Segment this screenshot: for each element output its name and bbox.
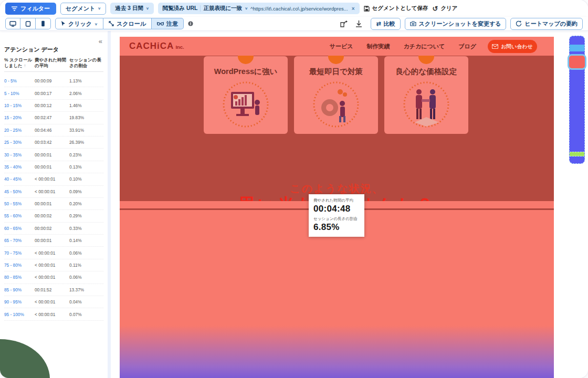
close-icon[interactable]: ×	[352, 6, 355, 12]
scroll-range: 0 - 5%	[4, 78, 35, 83]
filter-toolbar: フィルター セグメント ∨ 過去 3 日間 ∨ 閲覧済み URL 正規表現に一致…	[0, 0, 588, 17]
scroll-range: 40 - 45%	[4, 176, 35, 182]
attention-table-row[interactable]: 35 - 40%00:00:010.13%	[4, 161, 103, 173]
attention-table-row[interactable]: 75 - 80%< 00:00:010.11%	[4, 259, 103, 271]
attention-table-body: 0 - 5%00:00:091.13%5 - 10%00:00:172.06%1…	[4, 75, 103, 321]
scrollbar-track[interactable]	[108, 31, 111, 378]
attention-table-row[interactable]: 30 - 35%00:00:010.23%	[4, 149, 103, 161]
scroll-depth-minimap[interactable]	[569, 36, 585, 164]
minimap-selected-handle[interactable]	[568, 54, 586, 70]
session-pct: 1.46%	[69, 103, 102, 108]
scroll-range: 35 - 40%	[4, 164, 35, 170]
site-header: CACHiCAInc. サービス制作実績カチカについてブログ お問い合わせ	[120, 37, 554, 56]
clear-button[interactable]: ↺ クリア	[432, 5, 457, 13]
attention-table-row[interactable]: 40 - 45%< 00:00:010.10%	[4, 173, 103, 185]
attention-table-row[interactable]: 25 - 30%00:03:4226.39%	[4, 136, 103, 149]
column-scrolled[interactable]: % スクロールしました ↑	[4, 57, 35, 68]
attention-data-title: アテンション データ	[4, 46, 59, 54]
avg-time: < 00:00:01	[35, 189, 69, 194]
session-pct: 0.23%	[69, 152, 102, 158]
filter-icon	[12, 6, 17, 11]
session-pct: 0.33%	[69, 226, 102, 231]
column-avg-time[interactable]: 費やされた時間の平均	[35, 57, 69, 68]
tooltip-session-value: 6.85%	[313, 222, 360, 233]
attention-table-row[interactable]: 15 - 20%00:02:4719.83%	[4, 112, 103, 124]
scroll-range: 80 - 85%	[4, 275, 35, 280]
tablet-icon	[25, 21, 31, 27]
mobile-icon	[41, 20, 45, 27]
url-regex-value[interactable]: ^https://it\.cachica\.co\.jp/service/wor…	[250, 6, 348, 12]
attention-table-row[interactable]: 60 - 65%00:00:020.33%	[4, 223, 103, 235]
collapse-panel-icon[interactable]: «	[99, 37, 102, 45]
sparkle-refresh-icon	[516, 20, 522, 27]
site-nav-link[interactable]: ブログ	[458, 43, 476, 50]
attention-table-row[interactable]: 20 - 25%00:04:4633.91%	[4, 124, 103, 136]
mode-attention-button[interactable]: 注意	[152, 18, 184, 29]
attention-table-row[interactable]: 85 - 90%00:01:5213.37%	[4, 284, 103, 296]
chevron-down-icon: ∨	[94, 22, 98, 25]
heatmap-toolbar: クリック ∨ スクロール 注意 ⇄ 比較 スクリーンショットを変更する	[0, 17, 588, 31]
attention-table-row[interactable]: 95 - 100%< 00:00:010.07%	[4, 308, 103, 320]
heatmap-mode-selector: クリック ∨ スクロール 注意	[55, 18, 184, 29]
device-desktop-button[interactable]	[5, 18, 20, 29]
site-nav-link[interactable]: 制作実績	[366, 43, 390, 50]
attention-table-row[interactable]: 90 - 95%< 00:00:010.04%	[4, 296, 103, 308]
avg-time: 00:00:01	[35, 238, 69, 243]
compare-button[interactable]: ⇄ 比較	[371, 18, 400, 30]
info-icon[interactable]	[188, 21, 193, 26]
session-pct: 0.29%	[69, 213, 102, 218]
attention-table-row[interactable]: 65 - 70%00:00:010.14%	[4, 235, 103, 247]
attention-table-row[interactable]: 5 - 10%00:00:172.06%	[4, 87, 103, 99]
feature-card: 最短即日で対策	[294, 56, 378, 134]
envelope-icon	[492, 44, 498, 49]
chevron-down-icon: ∨	[146, 6, 149, 10]
segment-dropdown[interactable]: セグメント ∨	[60, 3, 106, 15]
scroll-range: 65 - 70%	[4, 238, 35, 243]
avg-time: < 00:00:01	[35, 176, 69, 182]
scroll-range: 50 - 55%	[4, 201, 35, 206]
mode-click-dropdown[interactable]: クリック ∨	[55, 18, 103, 29]
save-segment-button[interactable]: セグメントとして保存	[364, 5, 428, 12]
site-nav-link[interactable]: サービス	[330, 43, 353, 50]
device-tablet-button[interactable]	[20, 18, 36, 29]
url-filter-chip[interactable]: 閲覧済み URL 正規表現に一致 ∨ ^https://it\.cachica\…	[158, 3, 360, 14]
attention-table-row[interactable]: 10 - 15%00:00:121.46%	[4, 100, 103, 112]
session-pct: 13.37%	[69, 287, 102, 292]
contact-button[interactable]: お問い合わせ	[488, 40, 537, 53]
session-pct: 0.07%	[69, 312, 102, 317]
avg-time: 00:02:47	[35, 115, 69, 120]
match-type-dropdown[interactable]: 正規表現に一致	[203, 5, 242, 12]
session-pct: 2.06%	[69, 91, 102, 96]
fair-pricing-illustration	[400, 78, 453, 129]
attention-table-row[interactable]: 45 - 50%< 00:00:010.09%	[4, 186, 103, 198]
camera-icon	[410, 21, 416, 26]
site-logo[interactable]: CACHiCAInc.	[129, 41, 184, 51]
undo-icon: ↺	[432, 5, 438, 13]
card-title: WordPressに強い	[204, 67, 288, 77]
compare-icon: ⇄	[376, 20, 381, 27]
session-pct: 26.39%	[69, 140, 102, 145]
attention-table-row[interactable]: 80 - 85%< 00:00:010.06%	[4, 271, 103, 284]
share-icon[interactable]	[340, 20, 348, 27]
filter-button[interactable]: フィルター	[5, 3, 56, 15]
scroll-range: 5 - 10%	[4, 91, 35, 96]
attention-table-row[interactable]: 55 - 60%00:00:020.29%	[4, 210, 103, 222]
avg-time: 00:00:01	[35, 201, 69, 206]
site-nav-link[interactable]: カチカについて	[403, 43, 445, 50]
glasses-icon	[157, 22, 164, 26]
attention-table-row[interactable]: 50 - 55%00:00:010.20%	[4, 198, 103, 210]
session-pct: 0.20%	[69, 201, 102, 206]
column-session-pct[interactable]: セッションの長さの割合	[69, 57, 102, 68]
attention-table-row[interactable]: 0 - 5%00:00:091.13%	[4, 75, 103, 87]
mode-scroll-button[interactable]: スクロール	[103, 18, 152, 29]
device-mobile-button[interactable]	[36, 18, 51, 29]
session-pct: 0.10%	[69, 176, 102, 182]
avg-time: < 00:00:01	[35, 250, 69, 256]
session-pct: 19.83%	[69, 115, 102, 120]
download-icon[interactable]	[355, 20, 362, 27]
date-range-chip[interactable]: 過去 3 日間 ∨	[110, 3, 154, 14]
heatmap-summary-button[interactable]: ヒートマップの要約	[510, 18, 583, 30]
change-screenshot-button[interactable]: スクリーンショットを変更する	[405, 18, 507, 30]
attention-table-row[interactable]: 70 - 75%< 00:00:010.06%	[4, 247, 103, 259]
scroll-range: 10 - 15%	[4, 103, 35, 108]
